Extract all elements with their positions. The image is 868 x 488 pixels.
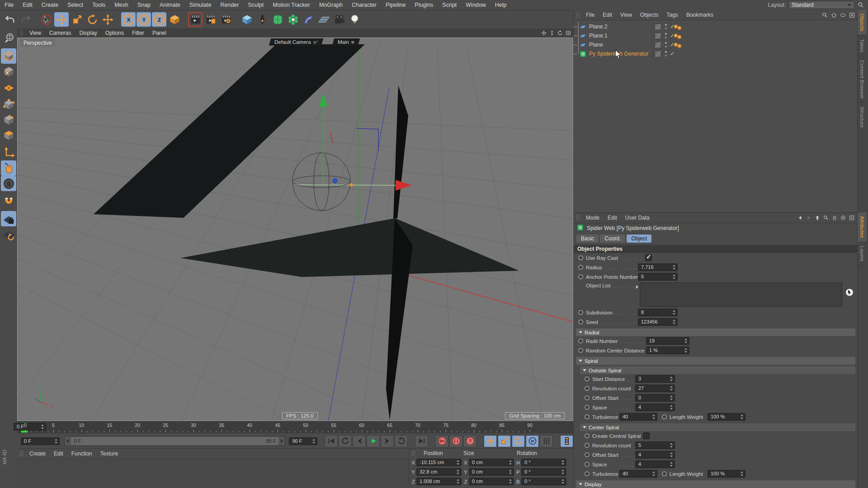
add-panel-icon[interactable] [849, 12, 855, 19]
layer-color-chip[interactable] [655, 33, 661, 39]
section-header[interactable]: Object Properties [574, 245, 858, 253]
size-z-field[interactable]: 0 cm [469, 478, 514, 485]
render-picture-viewer-button[interactable] [203, 12, 218, 27]
turbulence-field[interactable]: 40 [619, 413, 657, 421]
search-icon[interactable] [857, 1, 864, 9]
spinner-icon[interactable] [672, 265, 676, 270]
key-scale-toggle[interactable] [498, 435, 511, 447]
group-header[interactable]: Display [576, 480, 855, 488]
lock-z-axis-button[interactable]: Z [152, 12, 166, 27]
preview-range-slider[interactable]: 0 F 90 F [64, 436, 285, 446]
visibility-dots[interactable] [664, 33, 668, 38]
main-view-badge[interactable]: Main ⊞ [332, 38, 359, 46]
spinner-icon[interactable] [561, 479, 565, 484]
spinner-icon[interactable] [456, 460, 460, 465]
layout-select[interactable]: Standard [788, 1, 854, 9]
material-menu-edit[interactable]: Edit [50, 450, 67, 457]
toggle-views-icon[interactable] [565, 30, 571, 36]
camera-badge[interactable]: Default Camera ◎° [269, 38, 323, 46]
object-name[interactable]: Plane.2 [589, 23, 608, 30]
panel-tab-structure[interactable]: Structure [858, 103, 867, 132]
parent-up-icon[interactable] [814, 215, 821, 221]
position-y-field[interactable]: 32.8 cm [416, 468, 462, 476]
am-menu-edit[interactable]: Edit [604, 215, 621, 221]
animation-dot[interactable] [585, 452, 590, 457]
viewport-canvas[interactable]: Y X Perspective Default Camera ◎° Main ⊞… [17, 38, 573, 421]
animation-dot[interactable] [578, 310, 583, 315]
record-keyframe-button[interactable] [435, 435, 448, 447]
menu-window[interactable]: Window [461, 2, 490, 8]
autokey-button[interactable] [449, 435, 462, 447]
menu-simulate[interactable]: Simulate [185, 2, 216, 8]
rotate-tool-button[interactable] [85, 12, 99, 27]
spinner-icon[interactable] [509, 469, 512, 474]
model-mode-button[interactable] [1, 48, 16, 64]
viewport-menu-options[interactable]: Options [101, 30, 128, 36]
pan-view-icon[interactable] [541, 30, 547, 36]
object-row[interactable]: Plane.1 ✓ [574, 31, 858, 40]
next-frame-button[interactable] [381, 435, 394, 447]
position-z-field[interactable]: 1.008 cm [416, 478, 462, 485]
om-menu-file[interactable]: File [582, 12, 599, 18]
menu-tools[interactable]: Tools [88, 2, 110, 8]
menu-mograph[interactable]: MoGraph [315, 2, 347, 8]
random-center-distance-field[interactable]: 1 % [646, 347, 689, 354]
scale-tool-button[interactable] [70, 12, 84, 27]
visibility-dots[interactable] [664, 24, 668, 29]
group-header[interactable]: Outside Spiral [580, 366, 855, 374]
phong-tag-icon[interactable] [677, 35, 682, 39]
previous-frame-button[interactable] [353, 435, 366, 447]
panel-grip-icon[interactable] [19, 451, 24, 457]
space-field[interactable]: 4 [635, 460, 675, 468]
position-x-field[interactable]: -10.115 cm [416, 459, 462, 466]
spinner-icon[interactable] [670, 405, 673, 410]
search-icon[interactable] [821, 12, 828, 19]
home-icon[interactable] [830, 12, 837, 19]
camera-button[interactable] [332, 12, 346, 27]
workplane-mode-button[interactable] [1, 79, 16, 94]
last-used-tool-button[interactable] [100, 12, 115, 27]
spinner-icon[interactable] [509, 479, 512, 484]
focus-icon[interactable] [840, 215, 846, 221]
radius-field[interactable]: 7.716 [638, 263, 678, 271]
object-row[interactable]: Py Spiderweb Generator ✓ [574, 49, 858, 58]
create-central-spiral-checkbox[interactable] [643, 432, 650, 439]
length-weight-field[interactable]: 100 % [708, 413, 745, 421]
menu-character[interactable]: Character [347, 2, 381, 8]
deformers-button[interactable] [301, 12, 316, 27]
viewport-menu-display[interactable]: Display [75, 30, 101, 36]
render-settings-button[interactable] [219, 12, 233, 27]
view-label[interactable]: Perspective [20, 39, 55, 47]
panel-grip-icon[interactable] [411, 450, 415, 456]
range-bar[interactable]: 0 F 90 F [71, 437, 278, 445]
animation-dot[interactable] [578, 319, 583, 324]
play-loop-button[interactable] [395, 435, 408, 447]
viewport-menu-filter[interactable]: Filter [128, 30, 148, 36]
redo-button[interactable] [18, 12, 33, 27]
render-view-button[interactable] [188, 12, 203, 27]
phong-tag-icon[interactable] [677, 26, 682, 30]
object-name[interactable]: Plane.1 [589, 33, 608, 39]
start-distance-field[interactable]: 3 [635, 375, 675, 383]
layer-color-chip[interactable] [655, 51, 661, 57]
panel-tab-layers[interactable]: Layers [858, 242, 867, 266]
current-frame-field[interactable]: 0 F [21, 437, 60, 445]
spinner-icon[interactable] [684, 338, 688, 343]
menu-file[interactable]: File [0, 2, 18, 8]
spinner-icon[interactable] [561, 460, 565, 465]
material-menu-function[interactable]: Function [67, 450, 96, 457]
lock-y-axis-button[interactable]: Y [137, 12, 151, 27]
revolution-count-field[interactable]: 5 [635, 441, 675, 449]
spinner-icon[interactable] [672, 319, 676, 324]
light-button[interactable] [347, 12, 362, 27]
edges-mode-button[interactable] [1, 112, 16, 127]
spinner-icon[interactable] [652, 414, 656, 419]
object-row[interactable]: Plane.2 ✓ [574, 22, 858, 31]
animation-dot[interactable] [585, 414, 590, 419]
key-rotation-toggle[interactable] [512, 435, 525, 447]
polygons-mode-button[interactable] [1, 127, 16, 143]
history-back-icon[interactable] [797, 215, 803, 221]
menu-create[interactable]: Create [37, 2, 63, 8]
animation-dot[interactable] [578, 338, 583, 343]
panel-grip-icon[interactable] [576, 12, 580, 18]
